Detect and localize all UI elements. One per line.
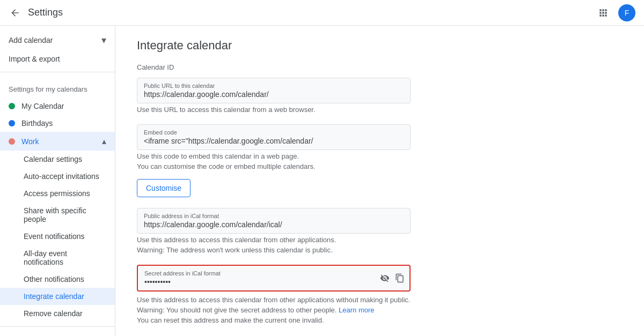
calendar-id-label: Calendar ID bbox=[137, 63, 623, 71]
sidebar-sub-remove-calendar[interactable]: Remove calendar bbox=[0, 305, 115, 322]
secret-address-value: •••••••••• bbox=[144, 278, 377, 286]
customise-button[interactable]: Customise bbox=[137, 179, 191, 197]
chevron-down-icon: ▾ bbox=[101, 34, 106, 46]
sidebar-sub-integrate-calendar[interactable]: Integrate calendar bbox=[0, 288, 115, 305]
embed-code-value: <iframe src="https://calendar.google.com… bbox=[144, 137, 404, 145]
secret-helper-2: Warning: You should not give the secret … bbox=[137, 306, 623, 314]
sidebar-item-my-calendar[interactable]: My Calendar bbox=[0, 98, 115, 115]
avatar[interactable]: F bbox=[618, 4, 635, 21]
sidebar-divider bbox=[0, 72, 115, 72]
learn-more-link[interactable]: Learn more bbox=[339, 306, 374, 314]
public-url-value: https://calendar.google.com/calendar/ bbox=[144, 90, 404, 99]
work-dot bbox=[9, 138, 15, 145]
visibility-off-icon[interactable] bbox=[378, 272, 391, 285]
work-label: Work bbox=[21, 137, 39, 146]
ical-public-value: https://calendar.google.com/calendar/ica… bbox=[144, 220, 404, 229]
add-calendar-row[interactable]: Add calendar ▾ bbox=[0, 30, 115, 50]
sidebar-sub-auto-accept[interactable]: Auto-accept invitations bbox=[0, 168, 115, 185]
birthdays-dot bbox=[9, 120, 15, 126]
my-calendars-header: Settings for my calendars bbox=[0, 77, 115, 98]
sidebar: Add calendar ▾ Import & export Settings … bbox=[0, 26, 115, 336]
secret-address-wrapper: Secret address in iCal format •••••••••• bbox=[137, 265, 411, 292]
embed-helper-2: You can customise the code or embed mult… bbox=[137, 162, 623, 170]
sidebar-sub-all-day[interactable]: All-day event notifications bbox=[0, 245, 115, 271]
sidebar-item-birthdays[interactable]: Birthdays bbox=[0, 115, 115, 132]
sidebar-sub-share-specific[interactable]: Share with specific people bbox=[0, 202, 115, 228]
embed-code-field: Embed code <iframe src="https://calendar… bbox=[137, 124, 411, 150]
public-url-helper: Use this URL to access this calendar fro… bbox=[137, 106, 623, 114]
embed-code-label: Embed code bbox=[144, 129, 404, 136]
secret-icons bbox=[378, 272, 406, 285]
other-calendars-header: Settings for other calendars bbox=[0, 331, 115, 336]
page-title: Settings bbox=[28, 7, 63, 18]
import-export-item[interactable]: Import & export bbox=[0, 50, 115, 68]
main-layout: Add calendar ▾ Import & export Settings … bbox=[0, 26, 644, 336]
apps-icon[interactable] bbox=[597, 6, 610, 19]
ical-public-label: Public address in iCal format bbox=[144, 213, 404, 219]
secret-address-label: Secret address in iCal format bbox=[144, 270, 377, 277]
ical-public-field: Public address in iCal format https://ca… bbox=[137, 208, 411, 234]
content-title: Integrate calendar bbox=[137, 39, 623, 53]
sidebar-sub-event-notifications[interactable]: Event notifications bbox=[0, 228, 115, 245]
sidebar-sub-calendar-settings[interactable]: Calendar settings bbox=[0, 151, 115, 168]
sidebar-divider-2 bbox=[0, 326, 115, 327]
sidebar-item-work[interactable]: Work ▴ bbox=[0, 132, 115, 151]
embed-helper-1: Use this code to embed this calendar in … bbox=[137, 152, 623, 160]
content-area: Integrate calendar Calendar ID Public UR… bbox=[115, 26, 644, 336]
copy-icon[interactable] bbox=[393, 272, 406, 285]
my-calendar-label: My Calendar bbox=[21, 102, 64, 110]
sidebar-sub-other-notifications[interactable]: Other notifications bbox=[0, 271, 115, 288]
public-url-label: Public URL to this calendar bbox=[144, 83, 404, 89]
add-calendar-label: Add calendar bbox=[9, 36, 53, 44]
topbar: Settings F bbox=[0, 0, 644, 26]
sidebar-sub-access-permissions[interactable]: Access permissions bbox=[0, 185, 115, 202]
birthdays-label: Birthdays bbox=[21, 119, 53, 128]
secret-address-field: Secret address in iCal format •••••••••• bbox=[137, 265, 411, 292]
back-button[interactable] bbox=[9, 6, 21, 19]
chevron-up-icon: ▴ bbox=[102, 136, 106, 146]
secret-helper-3: You can reset this address and make the … bbox=[137, 316, 623, 324]
secret-helper-1: Use this address to access this calendar… bbox=[137, 296, 623, 304]
my-calendar-dot bbox=[9, 103, 15, 109]
ical-public-helper-2: Warning: The address won't work unless t… bbox=[137, 246, 623, 254]
ical-public-helper-1: Use this address to access this calendar… bbox=[137, 236, 623, 244]
public-url-field: Public URL to this calendar https://cale… bbox=[137, 78, 411, 103]
